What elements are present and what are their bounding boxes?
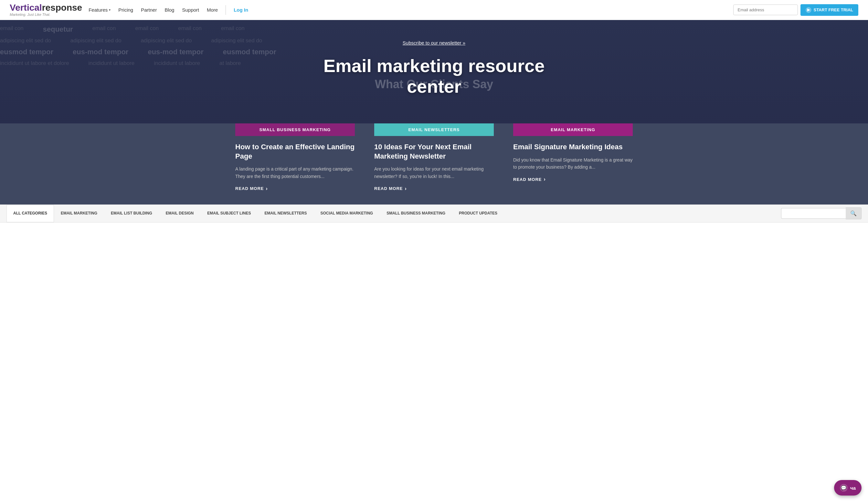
features-dropdown-arrow: ▾ xyxy=(109,8,111,12)
logo[interactable]: Verticalresponse Marketing. Just Like Th… xyxy=(10,3,82,17)
main-nav: Features ▾ Pricing Partner Blog Support … xyxy=(89,5,727,15)
header-cta: ▶ START FREE TRIAL xyxy=(733,4,858,16)
card-3-read-more[interactable]: READ MORE › xyxy=(513,176,633,182)
card-3-title: Email Signature Marketing Ideas xyxy=(513,143,633,152)
category-email-subject-lines[interactable]: EMAIL SUBJECT LINES xyxy=(200,205,258,222)
card-2-excerpt: Are you looking for ideas for your next … xyxy=(374,165,494,180)
category-all[interactable]: ALL CATEGORIES xyxy=(7,205,54,222)
subscribe-link[interactable]: Subscribe to our newsletter » xyxy=(403,40,465,45)
logo-vertical: Vertical xyxy=(10,3,42,13)
nav-more[interactable]: More xyxy=(207,7,218,13)
start-trial-button[interactable]: ▶ START FREE TRIAL xyxy=(800,4,858,16)
read-more-arrow-1: › xyxy=(266,186,268,191)
card-1-read-more[interactable]: READ MORE › xyxy=(235,186,355,191)
card-2-read-more[interactable]: READ MORE › xyxy=(374,186,494,191)
nav-pricing[interactable]: Pricing xyxy=(118,7,133,13)
category-search: 🔍 xyxy=(781,207,861,219)
category-small-business-marketing[interactable]: SMALL BUSINESS MARKETING xyxy=(380,205,452,222)
card-1-excerpt: A landing page is a critical part of any… xyxy=(235,165,355,180)
category-search-input[interactable] xyxy=(781,208,846,219)
card-3-excerpt: Did you know that Email Signature Market… xyxy=(513,156,633,171)
read-more-arrow-3: › xyxy=(544,176,546,182)
nav-login[interactable]: Log In xyxy=(234,7,248,13)
category-email-design[interactable]: EMAIL DESIGN xyxy=(159,205,200,222)
trial-icon: ▶ xyxy=(806,7,812,13)
email-input[interactable] xyxy=(733,4,798,15)
card-2-tag: EMAIL NEWSLETTERS xyxy=(374,123,494,136)
card-1-tag: SMALL BUSINESS MARKETING xyxy=(235,123,355,136)
card-1-title: How to Create an Effective Landing Page xyxy=(235,143,355,161)
category-email-newsletters[interactable]: EMAIL NEWSLETTERS xyxy=(258,205,313,222)
category-email-marketing[interactable]: EMAIL MARKETING xyxy=(54,205,104,222)
hero-section: email consequeturemail conemail conemail… xyxy=(0,20,868,123)
card-3-tag: EMAIL MARKETING xyxy=(513,123,633,136)
read-more-arrow-2: › xyxy=(405,186,406,191)
category-email-list-building[interactable]: EMAIL LIST BUILDING xyxy=(104,205,159,222)
category-social-media-marketing[interactable]: SOCIAL MEDIA MARKETING xyxy=(314,205,380,222)
categories-bar: ALL CATEGORIES EMAIL MARKETING EMAIL LIS… xyxy=(0,205,868,222)
nav-partner[interactable]: Partner xyxy=(141,7,157,13)
article-card-1: SMALL BUSINESS MARKETING How to Create a… xyxy=(226,123,364,205)
hero-title: Email marketing resource center xyxy=(289,49,579,104)
logo-response: response xyxy=(42,3,82,13)
subscribe-bar[interactable]: Subscribe to our newsletter » xyxy=(403,40,465,46)
nav-support[interactable]: Support xyxy=(182,7,199,13)
category-product-updates[interactable]: PRODUCT UPDATES xyxy=(452,205,504,222)
nav-divider xyxy=(226,5,226,15)
nav-blog[interactable]: Blog xyxy=(165,7,174,13)
featured-articles: SMALL BUSINESS MARKETING How to Create a… xyxy=(0,123,868,205)
article-card-3: EMAIL MARKETING Email Signature Marketin… xyxy=(504,123,642,205)
nav-features[interactable]: Features ▾ xyxy=(89,7,111,13)
search-icon: 🔍 xyxy=(850,211,857,216)
article-card-2: EMAIL NEWSLETTERS 10 Ideas For Your Next… xyxy=(364,123,504,205)
card-2-title: 10 Ideas For Your Next Email Marketing N… xyxy=(374,143,494,161)
category-search-button[interactable]: 🔍 xyxy=(846,207,861,219)
logo-tagline: Marketing. Just Like That. xyxy=(10,13,82,17)
header: Verticalresponse Marketing. Just Like Th… xyxy=(0,0,868,20)
